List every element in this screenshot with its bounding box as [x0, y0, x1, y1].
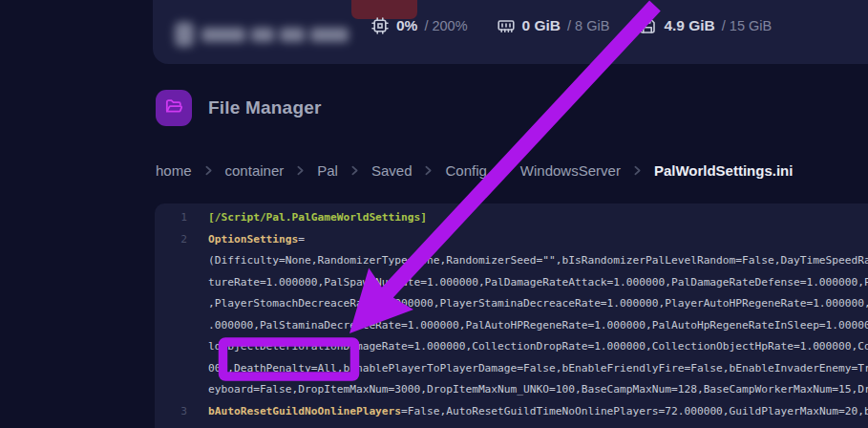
code-segment-plain: (Difficulty=None,RandomizerType=None,Ran… [208, 254, 868, 267]
chevron-right-icon [349, 164, 361, 177]
breadcrumb-current-file: PalWorldSettings.ini [654, 162, 794, 179]
chevron-right-icon [422, 164, 434, 177]
code-line: 1[/Script/Pal.PalGameWorldSettings] [155, 207, 868, 229]
disk-stat: 4.9 GiB / 15 GiB [638, 16, 772, 35]
server-address-icon [175, 22, 194, 47]
code-line: .000000,PalStaminaDecreaceRate=1.000000,… [155, 315, 868, 337]
file-manager-page: { "theme": { "accent_annotation": "#ac16… [0, 0, 868, 428]
code-segment-plain: ,PlayerStomachDecreaceRate=1.000000,Play… [208, 297, 868, 310]
disk-usage-value: 4.9 GiB [664, 17, 714, 34]
resource-usage-row: 0% / 200% 0 GiB / 8 GiB 4. [370, 16, 772, 35]
code-segment-plain: 000,DeathPenalty=All,bEnablePlayerToPlay… [208, 362, 868, 374]
ini-file-editor[interactable]: 1[/Script/Pal.PalGameWorldSettings]2Opti… [155, 203, 868, 428]
code-segment-plain: eyboard=False,DropItemMaxNum=3000,DropIt… [208, 383, 868, 396]
cpu-usage-value: 0% [396, 17, 417, 34]
code-line: eyboard=False,DropItemMaxNum=3000,DropIt… [155, 379, 868, 401]
breadcrumb-item-home[interactable]: home [156, 162, 192, 179]
code-line: 000,DeathPenalty=All,bEnablePlayerToPlay… [155, 358, 868, 380]
code-line: 2OptionSettings= [155, 229, 868, 251]
folder-open-icon [164, 96, 184, 120]
code-line: (Difficulty=None,RandomizerType=None,Ran… [155, 250, 868, 272]
code-segment-plain: .000000,PalStaminaDecreaceRate=1.000000,… [208, 319, 868, 332]
disk-usage-limit: / 15 GiB [722, 18, 772, 33]
chevron-right-icon [498, 164, 510, 177]
memory-usage-limit: / 8 GiB [567, 18, 609, 33]
cpu-icon [370, 16, 390, 35]
cpu-usage-limit: / 200% [424, 18, 467, 33]
chevron-right-icon [202, 164, 215, 177]
breadcrumb-item-config[interactable]: Config [445, 162, 486, 179]
code-line: 3bAutoResetGuildNoOnlinePlayers=False,Au… [155, 401, 868, 423]
code-content: 1[/Script/Pal.PalGameWorldSettings]2Opti… [155, 203, 868, 428]
breadcrumb-item-saved[interactable]: Saved [371, 162, 413, 179]
chevron-right-icon [631, 164, 644, 177]
breadcrumb-item-pal[interactable]: Pal [317, 162, 338, 179]
server-stats-card: 0% / 200% 0 GiB / 8 GiB 4. [153, 0, 868, 64]
code-segment-section: [/Script/Pal.PalGameWorldSettings] [208, 211, 427, 224]
breadcrumb-item-container[interactable]: container [225, 162, 285, 179]
server-address-redacted [175, 20, 361, 49]
file-manager-tile [156, 90, 192, 126]
memory-icon [497, 16, 516, 35]
page-header: File Manager [156, 90, 322, 126]
code-line: ,PlayerStomachDecreaceRate=1.000000,Play… [155, 293, 868, 315]
code-segment-plain: =False,AutoResetGuildTimeNoOnlinePlayers… [401, 405, 868, 417]
code-segment-plain: = [298, 233, 305, 246]
code-segment-plain: ldObjectDeteriorationDamageRate=1.000000… [208, 340, 868, 353]
code-segment-key: OptionSettings [208, 233, 298, 246]
code-line: ldObjectDeteriorationDamageRate=1.000000… [155, 336, 868, 358]
line-number: 1 [155, 207, 187, 229]
code-line: tureRate=1.000000,PalSpawnNumRate=1.0000… [155, 272, 868, 294]
code-line: SpeedRate=1.000000,AutoSaveSpan=30.00000… [155, 422, 868, 428]
memory-stat: 0 GiB / 8 GiB [497, 16, 610, 35]
code-segment-key: bAutoResetGuildNoOnlinePlayers [208, 405, 401, 417]
cpu-stat: 0% / 200% [370, 16, 468, 35]
memory-usage-value: 0 GiB [522, 17, 561, 34]
line-number: 2 [155, 229, 187, 251]
code-segment-plain: tureRate=1.000000,PalSpawnNumRate=1.0000… [208, 276, 868, 289]
disk-icon [638, 16, 657, 35]
breadcrumb-item-windowsserver[interactable]: WindowsServer [520, 162, 621, 179]
breadcrumb: homecontainerPalSavedConfigWindowsServer… [156, 162, 793, 179]
page-title: File Manager [208, 97, 322, 118]
line-number: 3 [155, 401, 187, 423]
chevron-right-icon [294, 164, 307, 177]
